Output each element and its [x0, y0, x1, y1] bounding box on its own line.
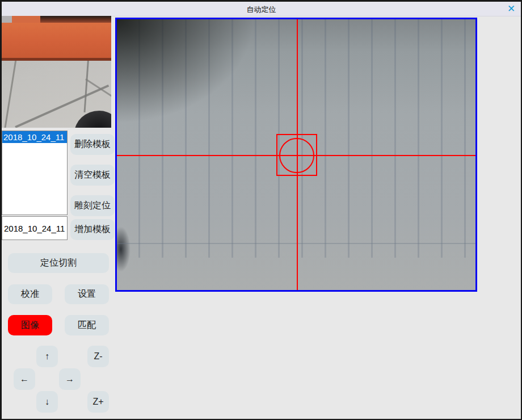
- template-thumbnail: [2, 16, 111, 128]
- position-cut-button[interactable]: 定位切割: [8, 253, 109, 273]
- camera-vignette: [117, 19, 278, 141]
- settings-button[interactable]: 设置: [65, 284, 109, 304]
- close-icon[interactable]: ✕: [505, 3, 517, 15]
- dialog-title: 自动定位: [2, 5, 521, 15]
- camera-live-view[interactable]: [115, 18, 477, 292]
- jog-down-button[interactable]: ↓: [36, 391, 58, 413]
- jog-z-plus-button[interactable]: Z+: [87, 391, 109, 413]
- title-bar: 自动定位 ✕: [2, 2, 521, 16]
- calibrate-button[interactable]: 校准: [8, 284, 52, 304]
- camera-dark-smudge: [115, 226, 130, 272]
- match-button[interactable]: 匹配: [65, 315, 109, 335]
- delete-template-button[interactable]: 删除模板: [70, 134, 115, 155]
- jog-z-minus-button[interactable]: Z-: [87, 346, 109, 367]
- engrave-position-button[interactable]: 雕刻定位: [70, 195, 115, 216]
- template-list[interactable]: 2018_10_24_11: [2, 131, 68, 215]
- image-button-active[interactable]: 图像: [8, 315, 52, 335]
- jog-up-button[interactable]: ↑: [36, 346, 58, 367]
- roi-circle-marker: [279, 138, 314, 173]
- auto-position-dialog: 自动定位 ✕ 2018_10_24_11 删除模板 清空模板 雕刻定位 增加模板…: [0, 0, 522, 420]
- jog-left-button[interactable]: ←: [14, 368, 35, 390]
- clear-templates-button[interactable]: 清空模板: [70, 165, 115, 186]
- thumbnail-orange-plank: [2, 23, 111, 61]
- jog-right-button[interactable]: →: [59, 368, 81, 390]
- template-name-input[interactable]: [2, 216, 68, 240]
- camera-horizontal-seam: [117, 243, 475, 244]
- add-template-button[interactable]: 增加模板: [70, 219, 115, 240]
- list-item[interactable]: 2018_10_24_11: [2, 131, 67, 143]
